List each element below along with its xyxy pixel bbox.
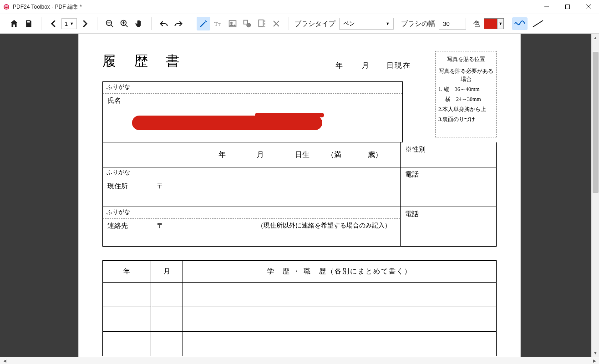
whiteout-tool-button[interactable] <box>255 17 269 30</box>
svg-point-18 <box>246 23 251 27</box>
toolbar: 1 ▼ TT ブラシタイプ ペン ▼ ブラシの幅 30 色 <box>0 14 599 34</box>
postal-mark-icon: 〒 <box>157 182 164 190</box>
titlebar: PDF24 Toolbox - PDF 編集 * <box>0 0 599 14</box>
scroll-left-icon[interactable]: ◀ <box>1 359 8 363</box>
text-tool-button[interactable]: TT <box>211 17 225 30</box>
address-label: 現住所 <box>107 182 128 190</box>
save-button[interactable] <box>22 17 36 30</box>
app-icon <box>3 3 10 10</box>
address-body: 現住所 〒 <box>103 179 400 207</box>
contact-body: 連絡先 〒 （現住所以外に連絡を希望する場合のみ記入） <box>103 219 400 246</box>
undo-button[interactable] <box>157 17 171 30</box>
brush-width-label: ブラシの幅 <box>401 20 435 28</box>
scroll-up-icon[interactable]: ▲ <box>592 34 599 41</box>
chevron-down-icon: ▼ <box>70 21 74 26</box>
phone-cell-1: 電話 <box>401 167 496 207</box>
delete-tool-button[interactable] <box>269 17 283 30</box>
svg-line-10 <box>126 25 128 27</box>
minimize-button[interactable] <box>536 0 557 14</box>
window-title: PDF24 Toolbox - PDF 編集 * <box>13 3 82 11</box>
scroll-down-icon[interactable]: ▼ <box>592 349 599 357</box>
table-row <box>103 307 497 332</box>
wavy-line-button[interactable] <box>512 17 528 30</box>
color-picker[interactable]: ▼ <box>484 18 504 29</box>
zoom-in-button[interactable] <box>117 17 131 30</box>
name-label: 氏名 <box>107 97 121 104</box>
color-swatch <box>484 19 497 29</box>
contact-row: ふりがな 連絡先 〒 （現住所以外に連絡を希望する場合のみ記入） 電話 <box>102 207 497 247</box>
document-viewport[interactable]: 履 歴 書 年 月 日現在 写真を貼る位置 写真を貼る必要がある場合 1. 縦 … <box>0 34 599 357</box>
svg-line-23 <box>533 20 543 27</box>
scroll-thumb[interactable] <box>593 52 599 193</box>
svg-text:T: T <box>218 22 221 27</box>
zoom-out-button[interactable] <box>103 17 117 30</box>
redaction-stroke <box>132 116 322 130</box>
prev-page-button[interactable] <box>47 17 61 30</box>
col-month: 月 <box>151 261 183 283</box>
svg-rect-1 <box>5 5 8 9</box>
svg-line-7 <box>111 25 113 27</box>
page-number: 1 <box>65 20 68 27</box>
photo-placeholder: 写真を貼る位置 写真を貼る必要がある場合 1. 縦 36～40mm 横 24～3… <box>435 51 497 137</box>
address-row: ふりがな 現住所 〒 電話 <box>102 167 497 207</box>
color-label: 色 <box>473 20 480 28</box>
dob-cell: 年 月 日生 （満 歳） <box>103 142 401 167</box>
table-row <box>103 283 497 307</box>
close-button[interactable] <box>578 0 599 14</box>
brush-type-select[interactable]: ペン ▼ <box>339 18 394 30</box>
contact-note: （現住所以外に連絡を希望する場合のみ記入） <box>257 222 391 230</box>
col-year: 年 <box>103 261 151 283</box>
gender-cell: ※性別 <box>401 142 496 167</box>
table-row <box>103 332 497 356</box>
contact-label: 連絡先 <box>107 222 128 229</box>
pan-hand-button[interactable] <box>132 17 146 30</box>
name-cell: 氏名 <box>103 94 402 142</box>
phone-cell-2: 電話 <box>401 207 496 246</box>
svg-text:T: T <box>214 20 218 27</box>
brush-type-label: ブラシタイプ <box>294 20 335 28</box>
postal-mark-icon: 〒 <box>157 222 164 229</box>
pencil-tool-button[interactable] <box>197 17 210 30</box>
chevron-down-icon: ▼ <box>497 19 503 29</box>
next-page-button[interactable] <box>78 17 91 30</box>
brush-width-input[interactable]: 30 <box>439 18 466 30</box>
dob-gender-row: 年 月 日生 （満 歳） ※性別 <box>102 142 497 167</box>
table-header-row: 年 月 学 歴 ・ 職 歴（各別にまとめて書く） <box>103 261 497 283</box>
svg-rect-19 <box>259 20 263 27</box>
page-select[interactable]: 1 ▼ <box>61 18 77 29</box>
furigana-row: ふりがな 氏名 <box>102 81 403 142</box>
history-table: 年 月 学 歴 ・ 職 歴（各別にまとめて書く） <box>102 260 497 356</box>
vertical-scrollbar[interactable]: ▲ ▼ <box>591 34 599 357</box>
col-history: 学 歴 ・ 職 歴（各別にまとめて書く） <box>183 261 497 283</box>
horizontal-scrollbar[interactable]: ◀ ▶ <box>0 357 599 364</box>
brush-type-value: ペン <box>343 20 355 28</box>
chevron-down-icon: ▼ <box>386 21 390 26</box>
scroll-right-icon[interactable]: ▶ <box>591 359 598 363</box>
redo-button[interactable] <box>172 17 185 30</box>
home-button[interactable] <box>7 17 21 30</box>
svg-point-16 <box>231 22 232 24</box>
straight-line-button[interactable] <box>530 17 546 30</box>
shape-tool-button[interactable] <box>240 17 254 30</box>
image-tool-button[interactable] <box>226 17 239 30</box>
pdf-page: 履 歴 書 年 月 日現在 写真を貼る位置 写真を貼る必要がある場合 1. 縦 … <box>79 34 520 357</box>
date-line: 年 月 日現在 <box>320 61 411 71</box>
svg-rect-3 <box>566 5 570 9</box>
svg-rect-17 <box>244 20 248 24</box>
maximize-button[interactable] <box>557 0 578 14</box>
